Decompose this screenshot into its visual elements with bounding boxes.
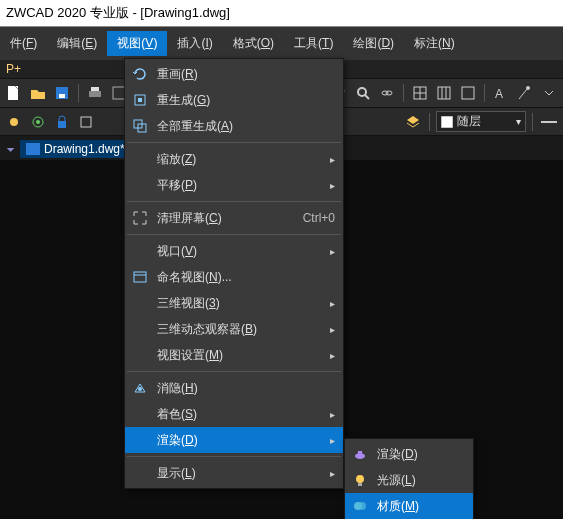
- swatch-icon: [441, 116, 453, 128]
- layer-combo[interactable]: 随层 ▾: [436, 111, 526, 132]
- grid2-icon[interactable]: [434, 83, 454, 103]
- separator: [429, 113, 430, 131]
- menu-item-shade[interactable]: 着色(S) ▸: [125, 401, 343, 427]
- sun-icon[interactable]: [4, 112, 24, 132]
- menu-item-render[interactable]: 渲染(D) ▸: [125, 427, 343, 453]
- blank-icon: [129, 148, 151, 170]
- lock-icon[interactable]: [52, 112, 72, 132]
- menu-label: 平移(P): [157, 177, 312, 194]
- material-icon: [349, 495, 371, 517]
- submenu-item-light[interactable]: 光源(L): [345, 467, 473, 493]
- regen-icon: [129, 89, 151, 111]
- menu-bar: 件(F) 编辑(E) 视图(V) 插入(I) 格式(O) 工具(T) 绘图(D)…: [0, 27, 563, 60]
- svg-point-21: [36, 120, 40, 124]
- text-style-icon[interactable]: A: [491, 83, 511, 103]
- svg-rect-33: [358, 451, 362, 454]
- menu-label: 三维视图(3): [157, 295, 312, 312]
- teapot-icon: [349, 443, 371, 465]
- menu-item-hide[interactable]: 消隐(H): [125, 375, 343, 401]
- menu-item-3dview[interactable]: 三维视图(3) ▸: [125, 290, 343, 316]
- menu-item-namedview[interactable]: 命名视图(N)...: [125, 264, 343, 290]
- menu-dimension[interactable]: 标注(N): [404, 31, 465, 56]
- menu-label: 渲染(D): [157, 432, 312, 449]
- menu-item-redraw[interactable]: 重画(R): [125, 61, 343, 87]
- print-icon[interactable]: [85, 83, 105, 103]
- svg-rect-3: [89, 91, 101, 97]
- menu-insert[interactable]: 插入(I): [167, 31, 222, 56]
- fullscreen-icon: [129, 207, 151, 229]
- blank-icon: [129, 318, 151, 340]
- dropdown-icon[interactable]: [539, 83, 559, 103]
- blank-icon: [129, 292, 151, 314]
- svg-rect-4: [91, 87, 99, 91]
- lightbulb-icon: [349, 469, 371, 491]
- submenu-arrow-icon: ▸: [330, 350, 335, 361]
- chevron-down-icon[interactable]: ⏷: [6, 144, 16, 155]
- menu-label: 重画(R): [157, 66, 335, 83]
- blank-icon: [129, 403, 151, 425]
- menu-file[interactable]: 件(F): [0, 31, 47, 56]
- svg-point-6: [358, 88, 366, 96]
- menu-tools[interactable]: 工具(T): [284, 31, 343, 56]
- view-dropdown-menu: 重画(R) 重生成(G) 全部重生成(A) 缩放(Z) ▸ 平移(P) ▸ 清理…: [124, 58, 344, 489]
- menu-label: 消隐(H): [157, 380, 335, 397]
- menu-item-regen[interactable]: 重生成(G): [125, 87, 343, 113]
- menu-item-display[interactable]: 显示(L) ▸: [125, 460, 343, 486]
- svg-point-31: [138, 387, 142, 391]
- render-submenu: 渲染(D) 光源(L) 材质(M): [344, 438, 474, 519]
- menu-label: 清理屏幕(C): [157, 210, 279, 227]
- menu-divider: [127, 201, 341, 202]
- submenu-item-material[interactable]: 材质(M): [345, 493, 473, 519]
- svg-rect-29: [134, 272, 146, 282]
- svg-rect-22: [58, 121, 66, 128]
- menu-format[interactable]: 格式(O): [223, 31, 284, 56]
- menu-label: 视口(V): [157, 243, 312, 260]
- submenu-item-render[interactable]: 渲染(D): [345, 441, 473, 467]
- line-style-icon[interactable]: [539, 112, 559, 132]
- grid1-icon[interactable]: [410, 83, 430, 103]
- menu-item-viewport[interactable]: 视口(V) ▸: [125, 238, 343, 264]
- leader-icon[interactable]: [515, 83, 535, 103]
- svg-rect-24: [441, 116, 453, 128]
- svg-rect-13: [438, 87, 450, 99]
- svg-line-7: [365, 95, 369, 99]
- grid3-icon[interactable]: [458, 83, 478, 103]
- menu-divider: [127, 234, 341, 235]
- submenu-arrow-icon: ▸: [330, 154, 335, 165]
- menu-item-zoom[interactable]: 缩放(Z) ▸: [125, 146, 343, 172]
- menu-draw[interactable]: 绘图(D): [343, 31, 404, 56]
- new-icon[interactable]: [4, 83, 24, 103]
- svg-point-19: [10, 118, 18, 126]
- menu-view[interactable]: 视图(V): [107, 31, 167, 56]
- doc-tab-label: Drawing1.dwg*: [44, 142, 125, 156]
- menu-item-3dorbit[interactable]: 三维动态观察器(B) ▸: [125, 316, 343, 342]
- blank-icon: [129, 240, 151, 262]
- redraw-icon: [129, 63, 151, 85]
- menu-label: 显示(L): [157, 465, 312, 482]
- submenu-arrow-icon: ▸: [330, 324, 335, 335]
- menu-item-regenall[interactable]: 全部重生成(A): [125, 113, 343, 139]
- link-icon[interactable]: [377, 83, 397, 103]
- save-icon[interactable]: [52, 83, 72, 103]
- namedview-icon: [129, 266, 151, 288]
- submenu-arrow-icon: ▸: [330, 409, 335, 420]
- app-title: ZWCAD 2020 专业版 - [Drawing1.dwg]: [6, 5, 230, 20]
- search-icon[interactable]: [353, 83, 373, 103]
- layer-manager-icon[interactable]: [403, 112, 423, 132]
- menu-edit[interactable]: 编辑(E): [47, 31, 107, 56]
- open-icon[interactable]: [28, 83, 48, 103]
- svg-rect-16: [462, 87, 474, 99]
- svg-text:A: A: [495, 87, 503, 101]
- menu-item-viewsettings[interactable]: 视图设置(M) ▸: [125, 342, 343, 368]
- square-icon[interactable]: [76, 112, 96, 132]
- chevron-down-icon: ▾: [516, 116, 521, 127]
- menu-label: 缩放(Z): [157, 151, 312, 168]
- menu-item-pan[interactable]: 平移(P) ▸: [125, 172, 343, 198]
- dwg-file-icon: [26, 143, 40, 155]
- gear-icon[interactable]: [28, 112, 48, 132]
- submenu-arrow-icon: ▸: [330, 468, 335, 479]
- menu-label: 渲染(D): [377, 446, 465, 463]
- menu-item-cleanscreen[interactable]: 清理屏幕(C) Ctrl+0: [125, 205, 343, 231]
- menu-label: 重生成(G): [157, 92, 335, 109]
- doc-tab[interactable]: Drawing1.dwg*: [20, 140, 131, 158]
